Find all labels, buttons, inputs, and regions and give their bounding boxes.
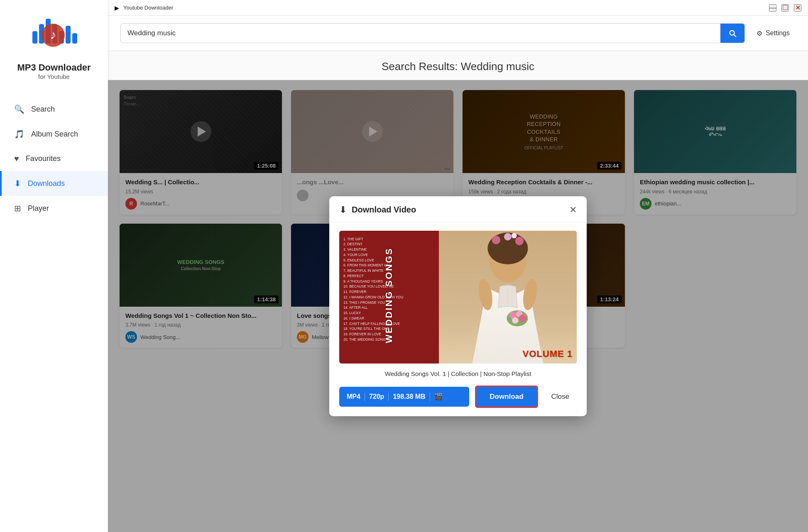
logo-subtitle: for Youtube [38, 73, 70, 80]
download-icon: ⬇ [14, 178, 21, 188]
results-scroll[interactable]: Видео Посмо... 1:25:08 Wedding S... | Co… [108, 80, 808, 532]
modal-header: ⬇ Download Video ✕ [329, 196, 587, 222]
format-badge: MP4 720p 198.38 MB 🎬 [339, 387, 469, 407]
modal-actions: MP4 720p 198.38 MB 🎬 Download Close [339, 386, 577, 408]
quality-label: 720p [369, 393, 384, 400]
close-modal-button[interactable]: Close [544, 387, 577, 407]
svg-point-12 [492, 235, 500, 244]
sidebar-item-album-label: Album Search [31, 130, 78, 139]
svg-point-13 [504, 233, 512, 240]
svg-point-15 [512, 233, 517, 238]
search-input-wrap [120, 23, 745, 43]
svg-rect-5 [66, 26, 71, 44]
sidebar-item-search-label: Search [31, 105, 55, 114]
logo-area: ♪ MP3 Downloader for Youtube [17, 8, 91, 80]
modal-thumb-right: VOLUME 1 [439, 231, 577, 364]
modal-thumb-left: 1. THE GIFT 2. DESTINY 3. VALENTINE 4. Y… [339, 231, 439, 364]
sidebar-item-search[interactable]: 🔍 Search [0, 97, 108, 122]
download-modal: ⬇ Download Video ✕ 1. THE GIFT 2. DESTIN… [329, 196, 587, 416]
search-btn-icon [728, 29, 737, 38]
app-title: Youtube Downloader [123, 5, 173, 11]
close-button[interactable]: ✕ [794, 4, 801, 12]
album-icon: 🎵 [14, 129, 24, 139]
maximize-button[interactable]: ☐ [781, 4, 789, 12]
svg-text:♪: ♪ [50, 28, 56, 41]
results-heading: Search Results: Wedding music [108, 51, 808, 80]
sidebar-item-downloads-label: Downloads [28, 179, 65, 188]
size-label: 198.38 MB [393, 393, 425, 400]
sidebar-item-player[interactable]: ⊞ Player [0, 196, 108, 221]
format-label: MP4 [347, 393, 360, 400]
modal-thumbnail: 1. THE GIFT 2. DESTINY 3. VALENTINE 4. Y… [339, 231, 577, 364]
modal-close-button[interactable]: ✕ [569, 205, 577, 215]
search-icon: 🔍 [14, 104, 24, 114]
sidebar-item-favourites-label: Favourites [26, 154, 61, 163]
title-bar: ▶ Youtube Downloader — ☐ ✕ [108, 0, 808, 16]
modal-body: 1. THE GIFT 2. DESTINY 3. VALENTINE 4. Y… [329, 222, 587, 416]
sidebar-item-player-label: Player [28, 204, 49, 213]
sidebar-item-favourites[interactable]: ♥ Favourites [0, 146, 108, 171]
modal-video-title: Wedding Songs Vol. 1 | Collection | Non-… [385, 370, 531, 377]
search-bar-area: ⚙ Settings [108, 16, 808, 51]
sidebar-item-downloads[interactable]: ⬇ Downloads [0, 171, 108, 196]
settings-label: Settings [766, 29, 790, 37]
bride-image [439, 231, 577, 364]
icon-separator [430, 393, 430, 401]
app-logo-icon: ♪ [29, 8, 79, 58]
search-input[interactable] [121, 24, 720, 42]
minimize-button[interactable]: — [769, 4, 776, 12]
download-button[interactable]: Download [475, 386, 538, 408]
size-separator [388, 393, 389, 401]
gear-icon: ⚙ [757, 29, 762, 37]
settings-button[interactable]: ⚙ Settings [751, 26, 796, 41]
volume-label: VOLUME 1 [523, 349, 573, 359]
svg-rect-6 [72, 33, 77, 44]
svg-point-14 [515, 237, 524, 245]
nav-menu: 🔍 Search 🎵 Album Search ♥ Favourites ⬇ D… [0, 97, 108, 221]
format-separator [365, 393, 365, 401]
app-icon-small: ▶ [115, 5, 119, 11]
sidebar: ♪ MP3 Downloader for Youtube 🔍 Search 🎵 … [0, 0, 108, 532]
modal-overlay: ⬇ Download Video ✕ 1. THE GIFT 2. DESTIN… [108, 80, 808, 532]
title-bar-controls: — ☐ ✕ [769, 4, 801, 12]
sidebar-item-album-search[interactable]: 🎵 Album Search [0, 122, 108, 146]
player-icon: ⊞ [14, 203, 21, 213]
logo-title: MP3 Downloader [17, 62, 91, 73]
modal-title: Download Video [352, 205, 416, 215]
download-header-icon: ⬇ [339, 205, 347, 215]
search-button[interactable] [720, 24, 744, 43]
svg-point-22 [519, 315, 526, 322]
svg-rect-0 [32, 31, 37, 44]
heart-icon: ♥ [14, 154, 19, 164]
video-icon: 🎬 [434, 393, 443, 400]
main-content: ▶ Youtube Downloader — ☐ ✕ ⚙ Settings Se… [108, 0, 808, 532]
svg-point-23 [512, 317, 518, 323]
album-title-vertical: WEDDING SONGS [384, 247, 394, 343]
